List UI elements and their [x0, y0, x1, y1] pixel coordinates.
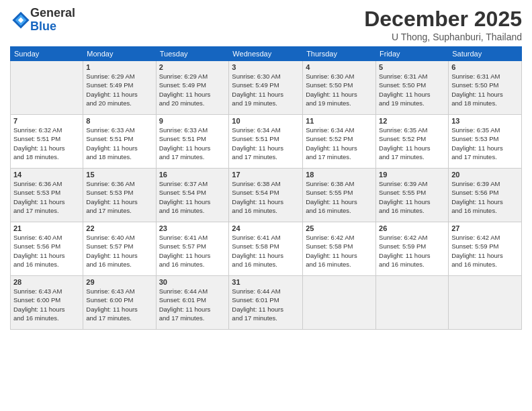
table-row: 20Sunrise: 6:39 AMSunset: 5:56 PMDayligh… — [449, 169, 522, 222]
day-info: Sunrise: 6:42 AMSunset: 5:59 PMDaylight:… — [379, 233, 445, 269]
table-row: 4Sunrise: 6:30 AMSunset: 5:50 PMDaylight… — [303, 61, 376, 115]
day-number: 6 — [451, 63, 519, 71]
table-row: 15Sunrise: 6:36 AMSunset: 5:53 PMDayligh… — [83, 169, 156, 222]
table-row: 22Sunrise: 6:40 AMSunset: 5:57 PMDayligh… — [83, 222, 156, 276]
table-row: 24Sunrise: 6:41 AMSunset: 5:58 PMDayligh… — [229, 222, 303, 276]
day-info: Sunrise: 6:29 AMSunset: 5:49 PMDaylight:… — [159, 72, 226, 107]
day-number: 30 — [159, 278, 226, 286]
logo-general: General — [30, 6, 75, 19]
table-row: 1Sunrise: 6:29 AMSunset: 5:49 PMDaylight… — [83, 61, 156, 115]
day-number: 19 — [379, 171, 445, 179]
header: General Blue December 2025 U Thong, Suph… — [10, 7, 522, 42]
table-row — [11, 61, 83, 115]
day-number: 2 — [159, 63, 226, 71]
weekday-header-row: Sunday Monday Tuesday Wednesday Thursday… — [11, 47, 522, 61]
table-row — [303, 276, 376, 330]
location: U Thong, Suphanburi, Thailand — [364, 32, 522, 42]
day-number: 23 — [159, 224, 226, 232]
table-row: 27Sunrise: 6:42 AMSunset: 5:59 PMDayligh… — [449, 222, 522, 276]
day-info: Sunrise: 6:36 AMSunset: 5:53 PMDaylight:… — [13, 179, 80, 215]
day-info: Sunrise: 6:39 AMSunset: 5:55 PMDaylight:… — [379, 179, 445, 215]
day-number: 26 — [379, 224, 445, 232]
table-row: 5Sunrise: 6:31 AMSunset: 5:50 PMDaylight… — [376, 61, 449, 115]
day-info: Sunrise: 6:32 AMSunset: 5:51 PMDaylight:… — [13, 126, 80, 161]
day-info: Sunrise: 6:44 AMSunset: 6:01 PMDaylight:… — [159, 287, 226, 322]
day-info: Sunrise: 6:39 AMSunset: 5:56 PMDaylight:… — [451, 179, 519, 215]
day-info: Sunrise: 6:30 AMSunset: 5:50 PMDaylight:… — [306, 72, 373, 107]
day-number: 31 — [232, 278, 300, 286]
table-row: 10Sunrise: 6:34 AMSunset: 5:51 PMDayligh… — [229, 115, 303, 169]
day-number: 7 — [13, 117, 80, 125]
table-row: 13Sunrise: 6:35 AMSunset: 5:53 PMDayligh… — [449, 115, 522, 169]
day-number: 4 — [306, 63, 373, 71]
table-row: 21Sunrise: 6:40 AMSunset: 5:56 PMDayligh… — [11, 222, 83, 276]
header-monday: Monday — [83, 47, 156, 61]
day-info: Sunrise: 6:43 AMSunset: 6:00 PMDaylight:… — [13, 287, 80, 322]
day-number: 29 — [86, 278, 152, 286]
table-row: 23Sunrise: 6:41 AMSunset: 5:57 PMDayligh… — [156, 222, 229, 276]
day-number: 25 — [306, 224, 373, 232]
day-info: Sunrise: 6:35 AMSunset: 5:52 PMDaylight:… — [379, 126, 445, 161]
day-number: 21 — [13, 224, 80, 232]
day-number: 8 — [86, 117, 152, 125]
day-info: Sunrise: 6:38 AMSunset: 5:55 PMDaylight:… — [306, 179, 373, 215]
day-info: Sunrise: 6:42 AMSunset: 5:59 PMDaylight:… — [451, 233, 519, 269]
day-info: Sunrise: 6:42 AMSunset: 5:58 PMDaylight:… — [306, 233, 373, 269]
calendar-week-row: 21Sunrise: 6:40 AMSunset: 5:56 PMDayligh… — [11, 222, 522, 276]
calendar: Sunday Monday Tuesday Wednesday Thursday… — [10, 46, 522, 330]
day-info: Sunrise: 6:31 AMSunset: 5:50 PMDaylight:… — [379, 72, 445, 107]
day-number: 11 — [306, 117, 373, 125]
table-row — [449, 276, 522, 330]
table-row: 6Sunrise: 6:31 AMSunset: 5:50 PMDaylight… — [449, 61, 522, 115]
header-tuesday: Tuesday — [156, 47, 229, 61]
day-info: Sunrise: 6:33 AMSunset: 5:51 PMDaylight:… — [159, 126, 226, 161]
day-number: 1 — [86, 63, 152, 71]
header-thursday: Thursday — [303, 47, 376, 61]
table-row: 16Sunrise: 6:37 AMSunset: 5:54 PMDayligh… — [156, 169, 229, 222]
page: General Blue December 2025 U Thong, Suph… — [0, 0, 532, 411]
day-info: Sunrise: 6:38 AMSunset: 5:54 PMDaylight:… — [232, 179, 300, 215]
table-row: 19Sunrise: 6:39 AMSunset: 5:55 PMDayligh… — [376, 169, 449, 222]
day-number: 27 — [451, 224, 519, 232]
day-info: Sunrise: 6:30 AMSunset: 5:49 PMDaylight:… — [232, 72, 300, 107]
table-row: 25Sunrise: 6:42 AMSunset: 5:58 PMDayligh… — [303, 222, 376, 276]
table-row: 7Sunrise: 6:32 AMSunset: 5:51 PMDaylight… — [11, 115, 83, 169]
table-row: 9Sunrise: 6:33 AMSunset: 5:51 PMDaylight… — [156, 115, 229, 169]
table-row: 18Sunrise: 6:38 AMSunset: 5:55 PMDayligh… — [303, 169, 376, 222]
logo-blue: Blue — [30, 19, 56, 33]
calendar-week-row: 14Sunrise: 6:36 AMSunset: 5:53 PMDayligh… — [11, 169, 522, 222]
logo: General Blue — [10, 7, 75, 34]
day-number: 24 — [232, 224, 300, 232]
day-info: Sunrise: 6:29 AMSunset: 5:49 PMDaylight:… — [86, 72, 152, 107]
day-number: 3 — [232, 63, 300, 71]
header-saturday: Saturday — [449, 47, 522, 61]
day-info: Sunrise: 6:40 AMSunset: 5:56 PMDaylight:… — [13, 233, 80, 269]
table-row: 11Sunrise: 6:34 AMSunset: 5:52 PMDayligh… — [303, 115, 376, 169]
logo-icon — [11, 11, 30, 30]
table-row: 28Sunrise: 6:43 AMSunset: 6:00 PMDayligh… — [11, 276, 83, 330]
day-number: 22 — [86, 224, 152, 232]
day-number: 15 — [86, 171, 152, 179]
day-info: Sunrise: 6:33 AMSunset: 5:51 PMDaylight:… — [86, 126, 152, 161]
day-number: 17 — [232, 171, 300, 179]
table-row: 3Sunrise: 6:30 AMSunset: 5:49 PMDaylight… — [229, 61, 303, 115]
calendar-week-row: 7Sunrise: 6:32 AMSunset: 5:51 PMDaylight… — [11, 115, 522, 169]
day-number: 12 — [379, 117, 445, 125]
day-number: 10 — [232, 117, 300, 125]
table-row: 26Sunrise: 6:42 AMSunset: 5:59 PMDayligh… — [376, 222, 449, 276]
day-info: Sunrise: 6:44 AMSunset: 6:01 PMDaylight:… — [232, 287, 300, 322]
day-info: Sunrise: 6:31 AMSunset: 5:50 PMDaylight:… — [451, 72, 519, 107]
table-row: 8Sunrise: 6:33 AMSunset: 5:51 PMDaylight… — [83, 115, 156, 169]
month-title: December 2025 — [364, 7, 522, 32]
logo-text: General Blue — [30, 7, 75, 34]
day-number: 18 — [306, 171, 373, 179]
table-row: 12Sunrise: 6:35 AMSunset: 5:52 PMDayligh… — [376, 115, 449, 169]
day-info: Sunrise: 6:34 AMSunset: 5:52 PMDaylight:… — [306, 126, 373, 161]
table-row: 29Sunrise: 6:43 AMSunset: 6:00 PMDayligh… — [83, 276, 156, 330]
day-info: Sunrise: 6:37 AMSunset: 5:54 PMDaylight:… — [159, 179, 226, 215]
day-info: Sunrise: 6:41 AMSunset: 5:58 PMDaylight:… — [232, 233, 300, 269]
day-number: 9 — [159, 117, 226, 125]
day-number: 20 — [451, 171, 519, 179]
table-row: 30Sunrise: 6:44 AMSunset: 6:01 PMDayligh… — [156, 276, 229, 330]
day-number: 16 — [159, 171, 226, 179]
